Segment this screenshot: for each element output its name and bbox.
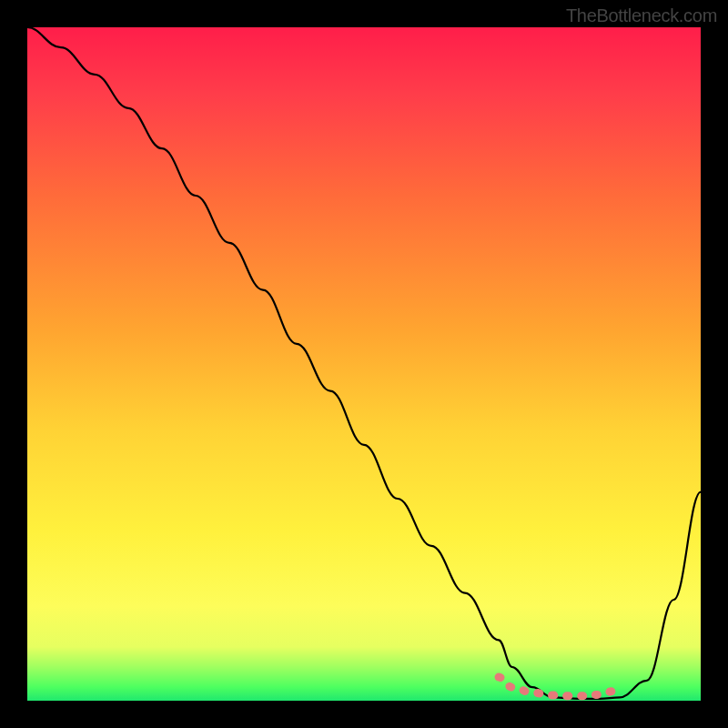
watermark-text: TheBottleneck.com [566,5,717,26]
chart-svg [27,27,701,701]
chart-plot-area [27,27,701,701]
optimal-zone-marker-path [499,677,613,696]
bottleneck-curve-path [27,27,701,699]
